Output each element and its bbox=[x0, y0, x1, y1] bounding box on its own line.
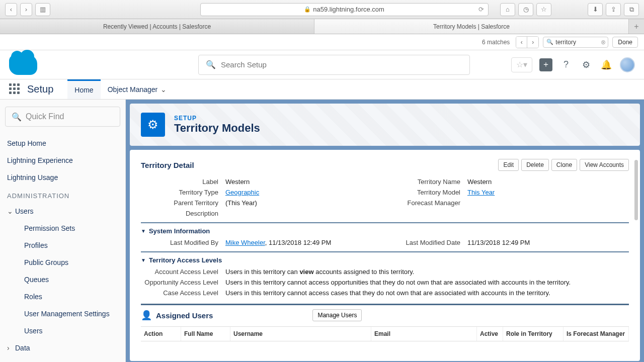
sidebar-email[interactable]: ›Email bbox=[5, 356, 120, 362]
col-role: Role in Territory bbox=[503, 327, 564, 341]
page-header: ⚙ SETUP Territory Models bbox=[130, 104, 640, 146]
setup-sidebar: 🔍 Quick Find Setup Home Lightning Experi… bbox=[0, 100, 126, 362]
chevron-down-icon: ⌄ bbox=[160, 85, 167, 94]
history-icon[interactable]: ◷ bbox=[518, 3, 533, 16]
territory-name-label: Territory Name bbox=[387, 178, 467, 186]
tab-object-manager[interactable]: Object Manager⌄ bbox=[101, 80, 174, 99]
home-icon[interactable]: ⌂ bbox=[500, 3, 515, 16]
find-matches: 6 matches bbox=[482, 39, 510, 46]
find-next-button[interactable]: › bbox=[527, 37, 538, 48]
description-label: Description bbox=[141, 210, 225, 217]
clone-button[interactable]: Clone bbox=[551, 159, 577, 171]
notifications-icon[interactable]: 🔔 bbox=[600, 58, 613, 71]
parent-territory-value: (This Year) bbox=[225, 199, 387, 207]
delete-button[interactable]: Delete bbox=[521, 159, 549, 171]
url-text: na59.lightning.force.com bbox=[313, 6, 384, 13]
col-forecast-manager: Is Forecast Manager bbox=[564, 327, 629, 341]
territory-name-value: Western bbox=[467, 178, 629, 186]
sidebar-users[interactable]: ⌄Users bbox=[5, 203, 120, 220]
last-modified-date-label: Last Modified Date bbox=[387, 239, 467, 246]
search-icon: 🔍 bbox=[206, 60, 216, 69]
sidebar-lightning-usage[interactable]: Lightning Usage bbox=[5, 169, 120, 186]
bookmark-icon[interactable]: ☆ bbox=[536, 3, 551, 16]
app-header: 🔍 ☆▾ ＋ ? ⚙ 🔔 bbox=[0, 50, 644, 79]
context-nav: Setup Home Object Manager⌄ bbox=[0, 79, 644, 100]
page-title: Territory Models bbox=[174, 122, 260, 135]
col-username: Username bbox=[230, 327, 371, 341]
reload-icon[interactable]: ⟳ bbox=[478, 6, 484, 13]
forward-button[interactable]: › bbox=[20, 3, 32, 16]
sidebar-toggle[interactable]: ▥ bbox=[35, 3, 50, 16]
clear-icon[interactable]: ⊗ bbox=[601, 39, 606, 46]
sidebar-section-administration: ADMINISTRATION bbox=[5, 186, 120, 203]
main-content: ⚙ SETUP Territory Models Territory Detai… bbox=[126, 100, 644, 362]
sidebar-profiles[interactable]: Profiles bbox=[5, 237, 120, 254]
browser-tab-1[interactable]: Territory Models | Salesforce bbox=[314, 19, 629, 34]
browser-tab-0[interactable]: Recently Viewed | Accounts | Salesforce bbox=[0, 19, 314, 34]
sidebar-lightning-experience[interactable]: Lightning Experience bbox=[5, 152, 120, 169]
find-done-button[interactable]: Done bbox=[612, 37, 638, 48]
page-eyebrow: SETUP bbox=[174, 115, 260, 122]
sidebar-users-sub[interactable]: Users bbox=[5, 322, 120, 339]
view-accounts-button[interactable]: View Accounts bbox=[580, 159, 629, 171]
territory-model-label: Territory Model bbox=[387, 189, 467, 196]
scrollbar[interactable] bbox=[634, 160, 638, 220]
last-modified-date-value: 11/13/2018 12:49 PM bbox=[467, 239, 629, 246]
chevron-right-icon: › bbox=[7, 344, 15, 352]
triangle-down-icon: ▼ bbox=[141, 228, 146, 234]
sidebar-user-management-settings[interactable]: User Management Settings bbox=[5, 305, 120, 322]
download-icon[interactable]: ⬇ bbox=[588, 3, 603, 16]
tabs-icon[interactable]: ⧉ bbox=[624, 3, 639, 16]
help-icon[interactable]: ? bbox=[559, 58, 573, 71]
share-icon[interactable]: ⇪ bbox=[606, 3, 621, 16]
find-bar: 6 matches ‹ › 🔍 territory ⊗ Done bbox=[0, 34, 644, 50]
gear-icon[interactable]: ⚙ bbox=[580, 58, 593, 71]
avatar[interactable] bbox=[620, 57, 635, 72]
find-input[interactable]: 🔍 territory ⊗ bbox=[543, 37, 608, 48]
account-access-label: Account Access Level bbox=[141, 268, 225, 276]
forecast-manager-label: Forecast Manager bbox=[387, 199, 467, 207]
gear-icon: ⚙ bbox=[141, 113, 165, 137]
app-name: Setup bbox=[27, 83, 53, 95]
edit-button[interactable]: Edit bbox=[498, 159, 519, 171]
assigned-users-table-header: Action Full Name Username Email Active R… bbox=[141, 326, 629, 341]
global-search[interactable]: 🔍 bbox=[198, 55, 470, 75]
browser-tabs: Recently Viewed | Accounts | Salesforce … bbox=[0, 19, 644, 34]
browser-toolbar: ‹ › ▥ 🔒 na59.lightning.force.com ⟳ ⌂ ◷ ☆… bbox=[0, 0, 644, 19]
url-bar[interactable]: 🔒 na59.lightning.force.com ⟳ bbox=[200, 3, 489, 16]
territory-detail-panel: Territory Detail Edit Delete Clone View … bbox=[130, 150, 640, 361]
sidebar-roles[interactable]: Roles bbox=[5, 288, 120, 305]
last-modified-by-link[interactable]: Mike Wheeler bbox=[225, 239, 265, 246]
global-actions-button[interactable]: ＋ bbox=[539, 58, 552, 71]
territory-type-link[interactable]: Geographic bbox=[225, 189, 259, 196]
salesforce-logo[interactable] bbox=[9, 55, 37, 75]
find-prev-button[interactable]: ‹ bbox=[516, 37, 527, 48]
app-launcher-icon[interactable] bbox=[9, 83, 21, 96]
new-tab-button[interactable]: + bbox=[629, 19, 644, 34]
back-button[interactable]: ‹ bbox=[5, 3, 17, 16]
search-icon: 🔍 bbox=[12, 112, 22, 122]
favorites-button[interactable]: ☆▾ bbox=[511, 57, 532, 72]
description-value bbox=[225, 210, 387, 217]
user-icon: 👤 bbox=[141, 310, 152, 321]
opportunity-access-value: Users in this territory cannot access op… bbox=[225, 279, 629, 286]
sidebar-permission-sets[interactable]: Permission Sets bbox=[5, 220, 120, 237]
sidebar-queues[interactable]: Queues bbox=[5, 271, 120, 288]
chevron-down-icon: ⌄ bbox=[7, 207, 15, 215]
sidebar-data[interactable]: ›Data bbox=[5, 339, 120, 356]
sidebar-public-groups[interactable]: Public Groups bbox=[5, 254, 120, 271]
tab-home[interactable]: Home bbox=[67, 79, 100, 99]
territory-type-label: Territory Type bbox=[141, 189, 225, 196]
manage-users-button[interactable]: Manage Users bbox=[312, 309, 362, 321]
sidebar-setup-home[interactable]: Setup Home bbox=[5, 135, 120, 152]
quick-find-input[interactable]: 🔍 Quick Find bbox=[5, 107, 120, 127]
territory-model-link[interactable]: This Year bbox=[467, 189, 495, 196]
territory-access-levels-heading[interactable]: ▼Territory Access Levels bbox=[141, 251, 629, 264]
label-value: Western bbox=[225, 178, 387, 186]
system-information-heading[interactable]: ▼System Information bbox=[141, 222, 629, 235]
search-icon: 🔍 bbox=[546, 39, 553, 45]
col-active: Active bbox=[477, 327, 503, 341]
cursor-icon: ➤ bbox=[456, 360, 464, 361]
search-input[interactable] bbox=[221, 60, 462, 69]
account-access-value: Users in this territory can view account… bbox=[225, 268, 629, 276]
